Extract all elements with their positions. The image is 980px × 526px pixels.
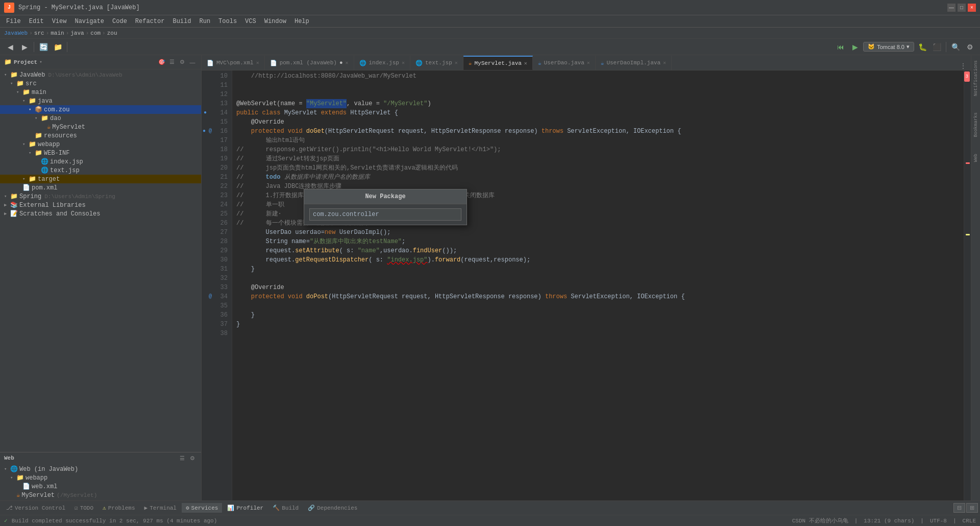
tree-item-target[interactable]: ▾ 📁 target [0,175,201,183]
tree-item-dao[interactable]: ▾ 📁 dao [0,114,201,123]
project-link[interactable]: JavaWeb [4,30,28,36]
menubar-item-navigate[interactable]: Navigate [70,17,108,26]
tab-userdaoimpl[interactable]: ☕ UserDaoImpl.java ✕ [596,56,672,70]
project-folder-icon: 📁 [4,58,12,66]
bottom-tab-dependencies[interactable]: 🔗 Dependencies [304,503,361,513]
menubar-item-edit[interactable]: Edit [25,17,48,26]
tree-item-java[interactable]: ▾ 📁 java [0,97,201,105]
tree-item-myservlet-web[interactable]: ☕ MyServlet (/MyServlet) [0,491,201,499]
menubar-item-build[interactable]: Build [168,17,195,26]
code-line-13: @WebServlet(name = "MyServlet", value = … [236,99,960,108]
bottom-tab-problems[interactable]: ⚠ Problems [99,503,139,513]
tree-item-spring[interactable]: ▾ 📁 Spring D:\Users\Admin\Spring [0,192,201,201]
tree-item-ext-libs[interactable]: ▶ 📚 External Libraries [0,201,201,209]
toolbar-stop-button[interactable]: ⬛ [930,41,943,53]
project-dropdown-icon[interactable]: ▾ [39,59,42,65]
tab-close[interactable]: ✕ [524,60,527,66]
gutter-debug2-icon[interactable]: @ [209,292,212,301]
tree-item-pom-xml[interactable]: 📄 pom.xml [0,183,201,192]
tree-item-index-jsp[interactable]: 🌐 index.jsp [0,157,201,166]
tab-pom-javaweb[interactable]: 📄 pom.xml (JavaWeb) ● ✕ [265,56,354,70]
menubar-item-run[interactable]: Run [195,17,214,26]
tree-item-scratches[interactable]: ▶ 📝 Scratches and Consoles [0,209,201,218]
bottom-tab-todo[interactable]: ☑ TODO [70,503,97,513]
sidebar-settings-button[interactable]: ⚙ [178,58,187,67]
search-button[interactable]: 🔍 [949,41,962,53]
java-link[interactable]: java [70,30,84,36]
tab-mvc-pom[interactable]: 📄 MVC\pom.xml ✕ [202,56,265,70]
sidebar-collapse-button[interactable]: — [188,58,197,67]
tree-item-com-zou[interactable]: ▾ 📦 com.zou [0,105,201,114]
maximize-button[interactable]: □ [958,4,966,12]
menubar-item-code[interactable]: Code [108,17,131,26]
com-link[interactable]: com [90,30,101,36]
menubar-item-help[interactable]: Help [290,17,313,26]
popup-input[interactable] [309,208,461,221]
tab-userdao[interactable]: ☕ UserDao.java ✕ [533,56,596,70]
tab-close[interactable]: ✕ [587,60,590,66]
tree-item-src[interactable]: ▾ 📁 src [0,79,201,88]
sidebar-locate-button[interactable]: 🎯 [157,58,166,67]
bookmarks-label[interactable]: Bookmarks [973,109,979,140]
bottom-tab-profiler[interactable]: 📊 Profiler [223,503,267,513]
gutter-row-32: 32 [202,274,232,283]
web-label[interactable]: Web [973,151,979,165]
bottom-tab-version-control[interactable]: ⎇ Version Control [2,503,69,513]
tab-close[interactable]: ✕ [455,60,458,66]
menubar-item-tools[interactable]: Tools [214,17,241,26]
src-link[interactable]: src [34,30,44,36]
tree-item-text-jsp[interactable]: 🌐 text.jsp [0,166,201,175]
tree-item-webapp2[interactable]: ▾ 📁 webapp [0,473,201,482]
code-lines[interactable]: //http://localhost:8080/JavaWeb_war/MySe… [232,70,964,500]
tree-item-web-xml[interactable]: 📄 web.xml [0,482,201,491]
split-editor-button[interactable]: ⊟ [953,503,965,513]
bottom-tab-terminal[interactable]: ▶ Terminal [140,503,181,513]
split-editor-v-button[interactable]: ⊞ [966,503,978,513]
folder-icon: 📁 [22,88,30,96]
tree-item-resources[interactable]: 📁 resources [0,131,201,140]
tab-overflow-button[interactable]: ⋮ [955,62,971,70]
web-section-header: Web ☰ ⚙ [0,452,201,464]
tab-close[interactable]: ✕ [345,60,348,66]
tree-item-web-in-javaweb[interactable]: ▾ 🌐 Web (in JavaWeb) [0,465,201,473]
sync-button[interactable]: 🔄 [37,41,50,53]
tree-item-main[interactable]: ▾ 📁 main [0,88,201,97]
close-button[interactable]: × [968,4,976,12]
menubar-item-file[interactable]: File [2,17,25,26]
tree-arrow: ▾ [22,141,29,147]
tree-item-webinf[interactable]: ▾ 📁 WEB-INF [0,149,201,157]
sidebar-sort-button[interactable]: ☰ [167,58,177,67]
bottom-tab-services[interactable]: ⚙ Services [182,503,222,513]
line-ending-label[interactable]: CRLE [963,518,976,524]
tab-myservlet-java[interactable]: ☕ MyServlet.java ✕ [463,56,533,70]
tree-item-webapp[interactable]: ▾ 📁 webapp [0,140,201,149]
toolbar-debug-button[interactable]: 🐛 [916,41,928,53]
zou-link[interactable]: zou [107,30,117,36]
encoding-label[interactable]: UTF-8 [930,518,947,524]
settings-button[interactable]: ⚙ [964,41,976,53]
main-link[interactable]: main [51,30,64,36]
tree-item-myservlet[interactable]: ☕ MyServlet [0,123,201,131]
bottom-tab-build[interactable]: 🔨 Build [268,503,303,513]
menubar-item-vcs[interactable]: VCS [241,17,260,26]
menubar-item-view[interactable]: View [48,17,71,26]
minimize-button[interactable]: — [947,4,955,12]
tab-close[interactable]: ✕ [402,60,405,66]
toolbar-run-button[interactable]: ▶ [849,41,861,53]
menubar-item-window[interactable]: Window [260,17,290,26]
tab-text-jsp[interactable]: 🌐 text.jsp ✕ [410,56,463,70]
back-button[interactable]: ◀ [4,41,16,53]
tab-close[interactable]: ✕ [663,60,666,66]
tab-index-jsp[interactable]: 🌐 index.jsp ✕ [354,56,410,70]
web-section-settings[interactable]: ⚙ [188,453,197,463]
tomcat-selector[interactable]: 🐱 Tomcat 8.0 ▾ [863,42,914,52]
tab-close[interactable]: ✕ [256,60,259,66]
tree-item-javaweb[interactable]: ▾ 📁 JavaWeb D:\Users\Admin\JavaWeb [0,70,201,79]
forward-button[interactable]: ▶ [18,41,31,53]
notifications-label[interactable]: Notifications [973,57,979,99]
menubar-item-refactor[interactable]: Refactor [131,17,169,26]
toolbar-run-back-button[interactable]: ⏮ [835,41,847,53]
gutter-debug-icon[interactable]: ● [203,127,206,136]
web-section-sort[interactable]: ☰ [178,453,187,463]
project-structure-button[interactable]: 📁 [52,41,64,53]
